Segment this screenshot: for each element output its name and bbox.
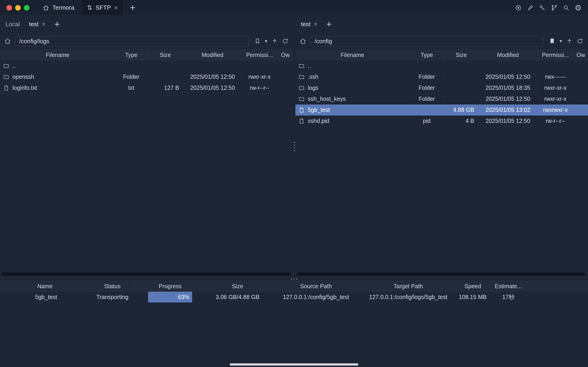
owner-cell bbox=[277, 83, 293, 93]
right-bookmark-button[interactable] bbox=[547, 36, 557, 46]
bookmark-dropdown-button[interactable]: ▾ bbox=[557, 36, 564, 46]
column-header-owner[interactable]: Ow bbox=[573, 50, 588, 60]
column-header-filename[interactable]: Filename bbox=[0, 50, 115, 60]
tab-local[interactable]: Local bbox=[1, 16, 24, 33]
column-header-permissions[interactable]: Permissi... bbox=[537, 50, 573, 60]
close-icon[interactable]: × bbox=[42, 21, 45, 27]
transfer-column-name: Name bbox=[0, 281, 90, 292]
type-cell: txt bbox=[115, 83, 147, 93]
filename-cell: loginfo.txt bbox=[0, 83, 115, 93]
column-header-permissions[interactable]: Permissi... bbox=[242, 50, 277, 60]
close-icon[interactable]: × bbox=[314, 21, 317, 27]
close-icon[interactable]: × bbox=[114, 4, 118, 11]
file-row-ssh-host-keys[interactable]: ssh_host_keys Folder 2025/01/05 12:50 rw… bbox=[295, 93, 588, 105]
titlebar-actions: ⚙ bbox=[514, 4, 588, 12]
column-header-owner[interactable]: Ow bbox=[277, 50, 293, 60]
branch-icon bbox=[551, 4, 558, 11]
settings-button[interactable]: ⚙ bbox=[574, 4, 582, 12]
column-header-filename[interactable]: Filename bbox=[295, 50, 410, 60]
right-refresh-button[interactable] bbox=[575, 36, 585, 46]
remote-pane: test × + ▾ bbox=[295, 16, 588, 277]
port-forwarding-button[interactable] bbox=[550, 4, 558, 12]
home-icon bbox=[43, 5, 49, 11]
tab-sftp[interactable]: ⇅ SFTP × bbox=[81, 0, 124, 15]
folder-icon bbox=[3, 74, 9, 80]
left-home-button[interactable] bbox=[3, 38, 12, 45]
right-path-input[interactable] bbox=[311, 36, 544, 46]
file-row-5gb-test-selected[interactable]: 5gb_test 4.88 GB 2025/01/05 13:02 rwxrwx… bbox=[295, 105, 588, 116]
record-button[interactable] bbox=[514, 4, 522, 12]
new-terminal-tab-button[interactable]: + bbox=[124, 3, 142, 13]
transfer-splitter-horizontal[interactable] bbox=[0, 277, 588, 281]
bookmark-dropdown-button[interactable]: ▾ bbox=[263, 36, 269, 46]
file-row-openssh[interactable]: openssh Folder 2025/01/05 12:50 rwxr-xr-… bbox=[0, 71, 293, 83]
type-cell: Folder bbox=[410, 83, 444, 93]
right-home-button[interactable] bbox=[298, 38, 307, 45]
file-row-loginfo[interactable]: loginfo.txt txt 127 B 2025/01/05 12:50 r… bbox=[0, 83, 293, 93]
permissions-cell bbox=[537, 60, 573, 71]
modified-cell: 2025/01/05 12:50 bbox=[183, 71, 242, 83]
minimize-window-button[interactable] bbox=[15, 5, 21, 11]
left-path-input[interactable] bbox=[15, 36, 249, 46]
transfer-row-5gb-test[interactable]: 5gb_test Transporting 63% 3.06 GB/4.88 G… bbox=[0, 292, 588, 303]
right-up-directory-button[interactable] bbox=[564, 36, 575, 46]
tab-test-right[interactable]: test × bbox=[296, 16, 322, 33]
permissions-cell: rwxr-xr-x bbox=[537, 93, 573, 105]
type-cell bbox=[410, 60, 444, 71]
pane-splitter-vertical[interactable] bbox=[293, 16, 295, 277]
column-header-size[interactable]: Size bbox=[444, 50, 478, 60]
transfer-estimate-cell: 17秒 bbox=[491, 292, 526, 303]
column-header-modified[interactable]: Modified bbox=[183, 50, 242, 60]
size-cell: 4 B bbox=[444, 116, 478, 126]
column-header-type[interactable]: Type bbox=[410, 50, 444, 60]
size-cell: 4.88 GB bbox=[444, 105, 478, 116]
permissions-cell: rw-r--r-- bbox=[242, 83, 277, 93]
bookmark-filled-icon bbox=[549, 38, 555, 44]
splitter-handle-icon[interactable] bbox=[291, 279, 298, 280]
column-header-modified[interactable]: Modified bbox=[478, 50, 537, 60]
edit-button[interactable] bbox=[526, 4, 534, 12]
column-header-size[interactable]: Size bbox=[147, 50, 183, 60]
type-cell: Folder bbox=[410, 71, 444, 83]
filename: .ssh bbox=[308, 74, 318, 80]
sftp-tab-label: SFTP bbox=[96, 4, 111, 11]
search-button[interactable] bbox=[562, 4, 570, 12]
filename-cell: openssh bbox=[0, 71, 115, 83]
left-table-header: Filename Type Size Modified Permissi... … bbox=[0, 49, 293, 60]
titlebar: Termora ⇅ SFTP × + bbox=[0, 0, 588, 16]
transfer-arrows-icon: ⇅ bbox=[87, 4, 92, 11]
progress-bar-fill: 63% bbox=[148, 292, 192, 302]
key-button[interactable] bbox=[538, 4, 546, 12]
right-new-tab-button[interactable]: + bbox=[322, 19, 336, 29]
modified-cell bbox=[183, 60, 242, 71]
close-window-button[interactable] bbox=[7, 5, 12, 11]
home-icon bbox=[4, 38, 11, 45]
file-row-parent[interactable]: .. bbox=[295, 60, 588, 71]
left-horizontal-scrollbar-thumb[interactable] bbox=[1, 273, 290, 276]
tab-local-label: Local bbox=[6, 21, 20, 28]
permissions-cell: rwxr-xr-x bbox=[537, 83, 573, 93]
filename-cell: 5gb_test bbox=[295, 105, 410, 116]
file-row-sshd-pid[interactable]: sshd.pid pid 4 B 2025/01/05 12:50 rw-r--… bbox=[295, 116, 588, 126]
left-bookmark-button[interactable] bbox=[252, 36, 263, 46]
filename-cell: .ssh bbox=[295, 71, 410, 83]
left-new-tab-button[interactable]: + bbox=[50, 19, 64, 29]
refresh-icon bbox=[282, 38, 289, 44]
transfer-name-cell: 5gb_test bbox=[0, 292, 90, 303]
file-row-parent[interactable]: .. bbox=[0, 60, 293, 71]
zoom-window-button[interactable] bbox=[24, 5, 29, 11]
pencil-icon bbox=[527, 4, 534, 11]
left-refresh-button[interactable] bbox=[280, 36, 290, 46]
file-row-ssh[interactable]: .ssh Folder 2025/01/05 12:50 rwx------ bbox=[295, 71, 588, 83]
right-horizontal-scrollbar-thumb[interactable] bbox=[297, 273, 585, 276]
splitter-handle-icon[interactable] bbox=[294, 142, 295, 151]
column-header-type[interactable]: Type bbox=[115, 50, 147, 60]
tab-test-left[interactable]: test × bbox=[24, 16, 50, 33]
type-cell: pid bbox=[410, 116, 444, 126]
file-row-logs[interactable]: logs Folder 2025/01/05 18:35 rwxr-xr-x bbox=[295, 83, 588, 93]
left-up-directory-button[interactable] bbox=[269, 36, 280, 46]
file-icon bbox=[298, 107, 305, 113]
tab-termora[interactable]: Termora bbox=[42, 0, 81, 15]
size-cell bbox=[444, 71, 478, 83]
transfer-panel: Name Status Progress Size Source Path Ta… bbox=[0, 281, 588, 303]
